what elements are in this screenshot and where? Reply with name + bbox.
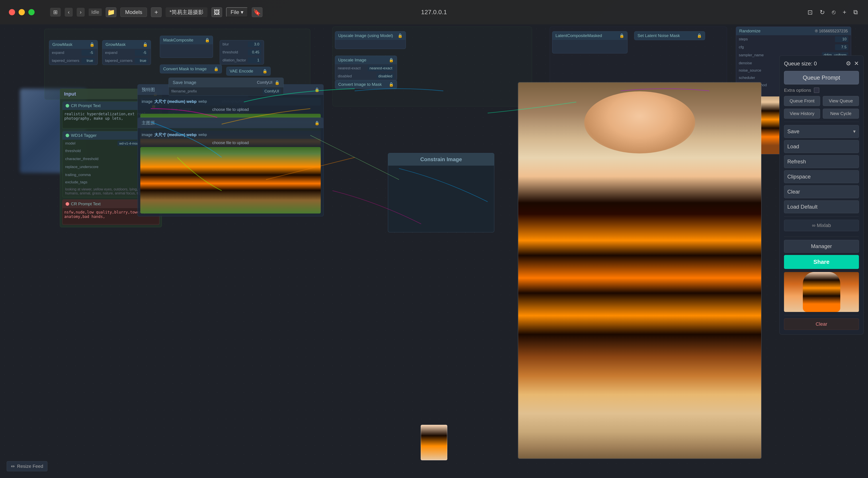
bottom-thumbnail <box>421 425 447 460</box>
lock-icon-2: 🔒 <box>143 42 148 47</box>
view-queue-button[interactable]: View Queue <box>823 96 859 106</box>
settings-icon[interactable]: ⚙ <box>846 60 851 67</box>
open-folder-button[interactable]: 📁 <box>106 7 116 17</box>
load-default-button[interactable]: Load Default <box>784 201 859 213</box>
constrain-image-node[interactable]: Constrain Image <box>388 153 494 232</box>
file-button[interactable]: File ▾ <box>226 7 248 17</box>
lock-icon-3: 🔒 <box>205 38 210 42</box>
vae-encode-node[interactable]: VAE Encode 🔒 <box>226 67 271 76</box>
mixlab-button[interactable]: ∞ Mixlab <box>784 220 859 231</box>
resize-icon: ⇔ <box>11 464 15 469</box>
blur-node[interactable]: blur3.0 threshold0.45 dilation_factor1 <box>220 40 264 64</box>
traffic-lights <box>9 9 35 15</box>
screen-button[interactable]: ⊡ <box>806 7 814 17</box>
save-button[interactable]: Save ▾ <box>784 125 859 138</box>
resize-feed-button[interactable]: ⇔ Resize Feed <box>7 461 48 471</box>
preview-lock: 🔒 <box>314 87 319 92</box>
lock-icon-10: 🔒 <box>619 33 624 38</box>
queue-panel: Queue size: 0 ⚙ ✕ Queue Prompt Extra opt… <box>779 55 864 334</box>
lock-icon-11: 🔒 <box>697 33 702 38</box>
extra-options-row: Extra options <box>784 88 859 93</box>
sidebar-toggle-button[interactable]: ⊞ <box>50 8 61 17</box>
feature-tiger-image <box>140 147 321 213</box>
feature-upload-hint[interactable]: choose file to upload <box>140 141 321 145</box>
queue-controls: ⚙ ✕ <box>846 60 859 67</box>
manager-button[interactable]: Manager <box>784 240 859 253</box>
divider-1 <box>784 122 859 122</box>
randomize-seed: ® 1656655237235 <box>815 29 848 33</box>
feature-lock: 🔒 <box>314 121 319 125</box>
grow-mask-node-1[interactable]: GrowMask 🔒 expand-5 tapered_cornerstrue <box>49 40 98 65</box>
plus-tab-button[interactable]: + <box>841 7 847 17</box>
project-label[interactable]: *简易主题摄影 <box>165 7 208 17</box>
clear-button[interactable]: Clear <box>784 185 859 198</box>
grow-mask-node-2[interactable]: GrowMask 🔒 expand-5 tapered_cornerstrue <box>102 40 151 65</box>
close-queue-icon[interactable]: ✕ <box>854 60 859 67</box>
latent-composite-node[interactable]: LatentCompositeMasked 🔒 <box>552 31 627 54</box>
title-bar: ⊞ ‹ › Idle 📁 Models + *简易主题摄影 🖼 File ▾ 🔖… <box>0 0 868 24</box>
image-button[interactable]: 🖼 <box>212 7 222 17</box>
upscale-image-model-node[interactable]: Upscale Image (using Model) 🔒 <box>335 31 406 49</box>
mask-composite-node[interactable]: MaskComposite 🔒 <box>160 36 213 58</box>
output-thumbnail-small <box>784 272 859 312</box>
queue-front-button[interactable]: Queue Front <box>784 96 820 106</box>
queue-prompt-button[interactable]: Queue Prompt <box>784 71 859 85</box>
url-display: 127.0.0.1 <box>421 9 447 16</box>
minimize-button[interactable] <box>19 9 25 15</box>
clear-bottom-button[interactable]: Clear <box>784 318 859 330</box>
share-icon[interactable]: ⎋ <box>831 7 837 17</box>
share-button[interactable]: Share <box>784 255 859 269</box>
save-dropdown-icon: ▾ <box>853 128 856 135</box>
lock-icon-4: 🔒 <box>214 66 219 71</box>
bookmark-button[interactable]: 🔖 <box>252 7 262 17</box>
refresh-button[interactable]: Refresh <box>784 155 859 168</box>
view-history-button[interactable]: View History <box>784 109 820 119</box>
models-button[interactable]: Models <box>120 7 147 17</box>
lock-icon: 🔒 <box>90 42 94 47</box>
convert-image-to-mask-node[interactable]: Convert Image to Mask 🔒 <box>335 80 397 89</box>
save-image-node[interactable]: Save Image ComfyUI 🔒 filename_prefixComf… <box>168 78 284 95</box>
lock-icon-8: 🔒 <box>389 58 394 62</box>
new-cycle-button[interactable]: New Cycle <box>823 109 859 119</box>
clipspace-button[interactable]: Clipspace <box>784 170 859 183</box>
load-button[interactable]: Load <box>784 140 859 153</box>
upscale-group: Upscale Image (using Model) 🔒 Upscale Im… <box>333 27 532 107</box>
queue-sub-buttons: Queue Front View Queue <box>784 96 859 106</box>
extra-options-checkbox[interactable] <box>814 88 819 93</box>
queue-history-row: View History New Cycle <box>784 109 859 119</box>
refresh-icon[interactable]: ↻ <box>818 7 826 17</box>
idle-badge: Idle <box>89 8 102 16</box>
divider-2 <box>784 216 859 217</box>
lock-icon-7: 🔒 <box>398 33 403 38</box>
lock-icon-5: 🔒 <box>262 69 267 73</box>
upscale-image-node[interactable]: Upscale Image 🔒 nearest-exactnearest-exa… <box>335 56 397 81</box>
canvas-area[interactable]: GrowMask 🔒 expand-5 tapered_cornerstrue … <box>0 24 868 478</box>
add-button[interactable]: + <box>151 7 162 17</box>
preview-upload-hint[interactable]: choose file to upload <box>140 107 321 112</box>
close-button[interactable] <box>9 9 15 15</box>
save-lock: 🔒 <box>275 80 280 85</box>
forward-button[interactable]: › <box>77 8 85 17</box>
main-output-image <box>518 82 762 459</box>
fullscreen-button[interactable] <box>28 9 35 15</box>
set-latent-node[interactable]: Set Latent Noise Mask 🔒 <box>634 31 705 40</box>
models-label: Models <box>125 9 142 15</box>
convert-mask-to-image-node[interactable]: Convert Mask to Image 🔒 <box>160 64 222 73</box>
feature-area: 主图原 🔒 image 大尺寸 (medium) webp webp choos… <box>137 118 323 216</box>
queue-header: Queue size: 0 ⚙ ✕ <box>784 60 859 67</box>
title-bar-right: ⊡ ↻ ⎋ + ⧉ <box>806 7 859 17</box>
queue-size-label: Queue size: 0 <box>784 61 817 67</box>
tabs-button[interactable]: ⧉ <box>852 7 859 17</box>
lock-icon-9: 🔒 <box>389 82 394 87</box>
back-button[interactable]: ‹ <box>65 8 73 17</box>
toolbar: ⊞ ‹ › Idle 📁 Models + *简易主题摄影 🖼 File ▾ 🔖 <box>50 7 262 17</box>
